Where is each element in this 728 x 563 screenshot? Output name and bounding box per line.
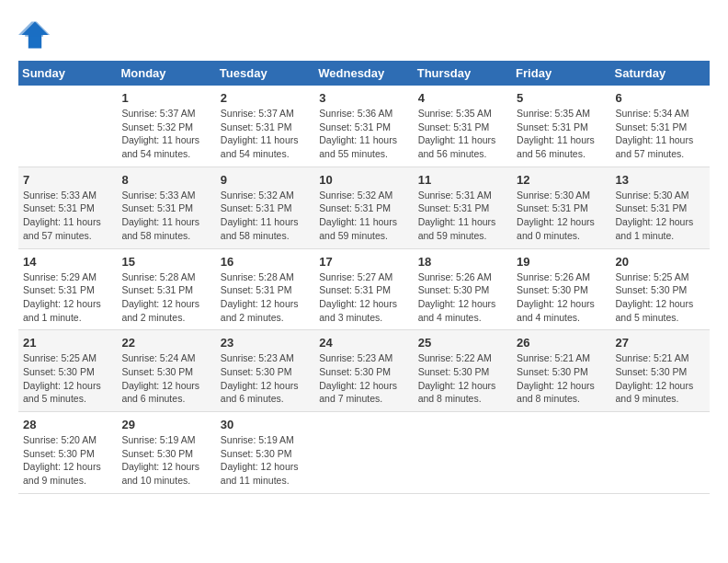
day-number: 29 [121,418,210,431]
day-info: Sunrise: 5:32 AMSunset: 5:31 PMDaylight:… [319,189,408,243]
calendar-cell [18,86,117,167]
day-number: 21 [23,336,112,350]
calendar-cell: 25Sunrise: 5:22 AMSunset: 5:30 PMDayligh… [414,330,512,412]
calendar-cell: 27Sunrise: 5:21 AMSunset: 5:30 PMDayligh… [611,330,710,412]
day-info: Sunrise: 5:26 AMSunset: 5:30 PMDaylight:… [418,270,507,325]
calendar-cell: 28Sunrise: 5:20 AMSunset: 5:30 PMDayligh… [18,412,117,494]
day-number: 9 [221,173,310,187]
calendar-cell: 19Sunrise: 5:26 AMSunset: 5:30 PMDayligh… [512,248,610,330]
day-number: 11 [418,173,507,187]
calendar-cell [314,412,413,494]
calendar-cell: 21Sunrise: 5:25 AMSunset: 5:30 PMDayligh… [18,330,117,412]
calendar-cell: 5Sunrise: 5:35 AMSunset: 5:31 PMDaylight… [512,86,610,167]
day-number: 28 [23,418,112,431]
logo-icon [18,18,51,52]
day-number: 15 [121,255,210,269]
calendar-cell: 9Sunrise: 5:32 AMSunset: 5:31 PMDaylight… [216,167,314,248]
calendar-cell: 15Sunrise: 5:28 AMSunset: 5:31 PMDayligh… [117,248,215,330]
logo [18,18,57,52]
weekday-header: Friday [512,61,610,86]
day-info: Sunrise: 5:26 AMSunset: 5:30 PMDaylight:… [517,270,606,325]
day-number: 24 [319,336,408,350]
day-info: Sunrise: 5:25 AMSunset: 5:30 PMDaylight:… [616,270,705,325]
day-info: Sunrise: 5:23 AMSunset: 5:30 PMDaylight:… [319,351,408,406]
calendar-cell: 17Sunrise: 5:27 AMSunset: 5:31 PMDayligh… [314,248,413,330]
weekday-header: Sunday [18,61,117,86]
day-info: Sunrise: 5:21 AMSunset: 5:30 PMDaylight:… [517,351,606,406]
day-info: Sunrise: 5:28 AMSunset: 5:31 PMDaylight:… [221,270,310,325]
calendar-cell [611,412,710,494]
calendar-cell: 30Sunrise: 5:19 AMSunset: 5:30 PMDayligh… [216,412,314,494]
calendar-cell [414,412,512,494]
day-number: 30 [221,418,310,431]
calendar-cell: 1Sunrise: 5:37 AMSunset: 5:32 PMDaylight… [117,86,215,167]
day-info: Sunrise: 5:33 AMSunset: 5:31 PMDaylight:… [23,189,112,243]
day-number: 7 [23,173,112,187]
calendar-week-row: 1Sunrise: 5:37 AMSunset: 5:32 PMDaylight… [18,86,710,167]
calendar-cell: 24Sunrise: 5:23 AMSunset: 5:30 PMDayligh… [314,330,413,412]
day-info: Sunrise: 5:35 AMSunset: 5:31 PMDaylight:… [517,107,606,161]
calendar-cell: 26Sunrise: 5:21 AMSunset: 5:30 PMDayligh… [512,330,610,412]
day-info: Sunrise: 5:28 AMSunset: 5:31 PMDaylight:… [121,270,210,325]
day-info: Sunrise: 5:20 AMSunset: 5:30 PMDaylight:… [23,433,112,488]
day-info: Sunrise: 5:30 AMSunset: 5:31 PMDaylight:… [517,189,606,243]
calendar-cell: 16Sunrise: 5:28 AMSunset: 5:31 PMDayligh… [216,248,314,330]
day-info: Sunrise: 5:19 AMSunset: 5:30 PMDaylight:… [221,433,310,488]
day-info: Sunrise: 5:27 AMSunset: 5:31 PMDaylight:… [319,270,408,325]
page-header [18,18,710,52]
calendar-week-row: 14Sunrise: 5:29 AMSunset: 5:31 PMDayligh… [18,248,710,330]
calendar-cell: 11Sunrise: 5:31 AMSunset: 5:31 PMDayligh… [414,167,512,248]
day-number: 18 [418,255,507,269]
weekday-header-row: SundayMondayTuesdayWednesdayThursdayFrid… [18,61,710,86]
calendar-week-row: 28Sunrise: 5:20 AMSunset: 5:30 PMDayligh… [18,412,710,494]
day-info: Sunrise: 5:37 AMSunset: 5:32 PMDaylight:… [121,107,210,161]
calendar-cell: 3Sunrise: 5:36 AMSunset: 5:31 PMDaylight… [314,86,413,167]
day-info: Sunrise: 5:24 AMSunset: 5:30 PMDaylight:… [121,351,210,406]
day-number: 12 [517,173,606,187]
calendar-cell: 8Sunrise: 5:33 AMSunset: 5:31 PMDaylight… [117,167,215,248]
calendar-cell: 13Sunrise: 5:30 AMSunset: 5:31 PMDayligh… [611,167,710,248]
day-number: 10 [319,173,408,187]
calendar-cell: 22Sunrise: 5:24 AMSunset: 5:30 PMDayligh… [117,330,215,412]
day-number: 20 [616,255,705,269]
day-info: Sunrise: 5:21 AMSunset: 5:30 PMDaylight:… [616,351,705,406]
day-info: Sunrise: 5:33 AMSunset: 5:31 PMDaylight:… [121,189,210,243]
day-info: Sunrise: 5:35 AMSunset: 5:31 PMDaylight:… [418,107,507,161]
calendar-cell: 2Sunrise: 5:37 AMSunset: 5:31 PMDaylight… [216,86,314,167]
calendar-cell: 4Sunrise: 5:35 AMSunset: 5:31 PMDaylight… [414,86,512,167]
day-info: Sunrise: 5:30 AMSunset: 5:31 PMDaylight:… [616,189,705,243]
svg-marker-1 [18,22,50,37]
calendar-cell: 7Sunrise: 5:33 AMSunset: 5:31 PMDaylight… [18,167,117,248]
day-number: 22 [121,336,210,350]
day-number: 19 [517,255,606,269]
weekday-header: Saturday [611,61,710,86]
day-number: 16 [221,255,310,269]
day-number: 2 [221,91,310,105]
calendar-cell [512,412,610,494]
calendar-cell: 14Sunrise: 5:29 AMSunset: 5:31 PMDayligh… [18,248,117,330]
weekday-header: Monday [117,61,215,86]
day-info: Sunrise: 5:29 AMSunset: 5:31 PMDaylight:… [23,270,112,325]
day-number: 27 [616,336,705,350]
calendar-cell: 18Sunrise: 5:26 AMSunset: 5:30 PMDayligh… [414,248,512,330]
day-info: Sunrise: 5:34 AMSunset: 5:31 PMDaylight:… [616,107,705,161]
calendar-cell: 23Sunrise: 5:23 AMSunset: 5:30 PMDayligh… [216,330,314,412]
day-number: 8 [121,173,210,187]
weekday-header: Tuesday [216,61,314,86]
day-info: Sunrise: 5:19 AMSunset: 5:30 PMDaylight:… [121,433,210,488]
day-number: 6 [616,91,705,105]
day-number: 1 [121,91,210,105]
calendar-cell: 29Sunrise: 5:19 AMSunset: 5:30 PMDayligh… [117,412,215,494]
day-number: 13 [616,173,705,187]
day-number: 14 [23,255,112,269]
calendar-week-row: 7Sunrise: 5:33 AMSunset: 5:31 PMDaylight… [18,167,710,248]
day-number: 5 [517,91,606,105]
day-number: 26 [517,336,606,350]
calendar-table: SundayMondayTuesdayWednesdayThursdayFrid… [18,61,710,494]
day-number: 17 [319,255,408,269]
day-info: Sunrise: 5:22 AMSunset: 5:30 PMDaylight:… [418,351,507,406]
calendar-week-row: 21Sunrise: 5:25 AMSunset: 5:30 PMDayligh… [18,330,710,412]
day-info: Sunrise: 5:36 AMSunset: 5:31 PMDaylight:… [319,107,408,161]
day-number: 23 [221,336,310,350]
weekday-header: Thursday [414,61,512,86]
